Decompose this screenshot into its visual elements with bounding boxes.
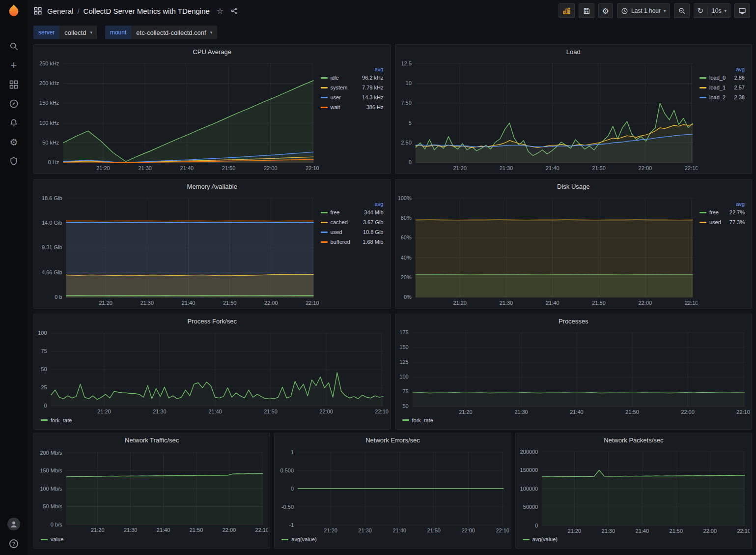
legend-item[interactable]: fork_rate [41, 417, 72, 423]
svg-text:21:20: 21:20 [96, 165, 110, 171]
legend-avg-header[interactable]: avg [700, 66, 745, 72]
svg-text:50: 50 [402, 403, 408, 409]
svg-text:200 kHz: 200 kHz [39, 80, 59, 86]
svg-text:100000: 100000 [520, 486, 538, 492]
panel-processes: Processes 507510012515017521:2021:3021:4… [395, 314, 753, 430]
svg-text:0 b/s: 0 b/s [51, 522, 62, 527]
process-fork-chart[interactable]: 025507510021:2021:3021:4021:5022:0022:10 [36, 328, 389, 416]
panel-title[interactable]: CPU Average [34, 45, 391, 58]
legend-value: 2.86 [734, 75, 745, 81]
legend-item[interactable]: user14.3 kHz [321, 94, 384, 100]
legend-item[interactable]: load_22.38 [700, 94, 745, 100]
svg-text:22:00: 22:00 [681, 409, 695, 415]
network-traffic-chart[interactable]: 0 b/s50 Mb/s100 Mb/s150 Mb/s200 Mb/s21:2… [36, 447, 268, 535]
svg-text:21:20: 21:20 [567, 528, 581, 534]
disk-usage-chart[interactable]: 0%20%40%60%80%100%21:2021:3021:4021:5022… [397, 193, 698, 307]
memory-available-chart[interactable]: 0 b4.66 Gib9.31 Gib14.0 Gib18.6 Gib21:20… [36, 193, 319, 307]
legend-avg-header[interactable]: avg [321, 66, 384, 72]
legend-swatch [523, 539, 530, 540]
legend-item[interactable]: used77.3% [700, 219, 745, 225]
svg-text:22:10: 22:10 [684, 165, 698, 171]
svg-text:150000: 150000 [520, 467, 538, 473]
load-chart[interactable]: 02.5057.501012.521:2021:3021:4021:5022:0… [397, 58, 698, 173]
grafana-logo[interactable] [6, 3, 22, 19]
legend-item[interactable]: buffered1.68 Mib [321, 239, 384, 245]
panel-title[interactable]: Load [395, 45, 752, 58]
legend-label: load_2 [709, 94, 726, 100]
legend-avg-header[interactable]: avg [321, 201, 384, 207]
legend-item[interactable]: fork_rate [402, 417, 433, 423]
cycle-view-mode-button[interactable] [734, 3, 750, 18]
legend-label: fork_rate [51, 417, 72, 423]
legend-item[interactable]: load_02.86 [700, 75, 745, 81]
panel-title[interactable]: Network Errors/sec [275, 433, 510, 447]
panel-cpu-average: CPU Average 0 Hz50 kHz100 kHz150 kHz200 … [33, 44, 391, 174]
panel-title[interactable]: Network Packets/sec [516, 433, 752, 447]
add-panel-button[interactable] [559, 3, 575, 18]
legend-item[interactable]: wait386 Hz [321, 104, 384, 110]
network-errors-chart[interactable]: -1-0.5000.500121:2021:3021:4021:5022:002… [277, 447, 508, 535]
svg-text:21:30: 21:30 [514, 409, 528, 415]
network-packets-chart[interactable]: 05000010000015000020000021:2021:3021:402… [518, 447, 750, 535]
create-plus-icon[interactable]: + [9, 60, 19, 70]
configuration-gear-icon[interactable]: ⚙ [9, 137, 19, 147]
legend-item[interactable]: load_12.57 [700, 85, 745, 90]
server-admin-shield-icon[interactable] [9, 156, 19, 166]
save-dashboard-button[interactable] [579, 3, 594, 18]
chevron-down-icon: ▾ [724, 8, 727, 13]
legend-item[interactable]: idle96.2 kHz [321, 75, 384, 81]
legend-label: free [709, 209, 719, 215]
svg-text:100%: 100% [397, 195, 411, 201]
help-icon[interactable]: ? [9, 539, 18, 548]
user-avatar[interactable] [7, 518, 20, 530]
legend-value: 7.79 kHz [362, 85, 383, 90]
legend-value: 2.57 [734, 85, 745, 90]
legend-swatch [700, 77, 706, 79]
time-range-picker[interactable]: Last 1 hour ▾ [617, 3, 670, 18]
variable-value-dropdown[interactable]: collectd ▾ [59, 26, 97, 39]
dashboard-settings-button[interactable]: ⚙ [598, 3, 613, 18]
legend-value: 386 Hz [366, 104, 384, 110]
svg-text:21:50: 21:50 [190, 527, 203, 533]
legend-item[interactable]: value [41, 536, 63, 542]
panel-title[interactable]: Disk Usage [395, 179, 752, 193]
panel-title[interactable]: Network Traffic/sec [34, 433, 270, 447]
explore-compass-icon[interactable] [9, 99, 19, 109]
legend-item[interactable]: free22.7% [700, 209, 745, 215]
alerting-bell-icon[interactable] [9, 118, 19, 128]
svg-text:21:40: 21:40 [157, 527, 170, 533]
dashboard-content: server collectd ▾ mount etc-collectd-col… [28, 22, 756, 546]
legend-item[interactable]: avg(value) [523, 536, 558, 542]
svg-text:60%: 60% [400, 234, 411, 240]
variable-value-dropdown[interactable]: etc-collectd-collectd.conf ▾ [131, 26, 217, 39]
processes-chart[interactable]: 507510012515017521:2021:3021:4021:5022:0… [397, 328, 750, 416]
legend-label: avg(value) [532, 536, 558, 542]
legend-item[interactable]: system7.79 kHz [321, 85, 384, 90]
star-icon[interactable]: ☆ [217, 6, 224, 16]
divider [707, 7, 708, 15]
share-icon[interactable] [230, 7, 238, 15]
variable-server[interactable]: server collectd ▾ [33, 26, 97, 39]
variable-mount[interactable]: mount etc-collectd-collectd.conf ▾ [105, 26, 217, 39]
panel-title[interactable]: Processes [395, 314, 752, 328]
svg-text:21:40: 21:40 [635, 528, 649, 534]
cpu-average-chart[interactable]: 0 Hz50 kHz100 kHz150 kHz200 kHz250 kHz21… [36, 58, 319, 173]
search-icon[interactable] [9, 41, 19, 51]
legend-item[interactable]: cached3.67 Gib [321, 219, 384, 225]
legend-item[interactable]: avg(value) [281, 536, 316, 542]
left-sidebar: + ⚙ ? [0, 0, 28, 555]
svg-text:21:50: 21:50 [223, 300, 237, 306]
legend-item[interactable]: used10.8 Gib [321, 229, 384, 235]
breadcrumb-folder[interactable]: General [47, 7, 73, 15]
svg-text:10: 10 [405, 80, 411, 86]
panel-title[interactable]: Process Fork/sec [34, 314, 391, 328]
dashboards-icon[interactable] [9, 80, 19, 89]
panel-legend: fork_rate [395, 417, 752, 429]
svg-text:21:20: 21:20 [99, 300, 112, 306]
svg-text:21:20: 21:20 [453, 300, 467, 306]
panel-title[interactable]: Memory Available [34, 179, 391, 193]
legend-item[interactable]: free344 Mib [321, 209, 384, 215]
zoom-out-button[interactable] [674, 3, 690, 18]
refresh-button[interactable]: ↻ 10s ▾ [694, 3, 730, 18]
legend-avg-header[interactable]: avg [700, 201, 745, 207]
